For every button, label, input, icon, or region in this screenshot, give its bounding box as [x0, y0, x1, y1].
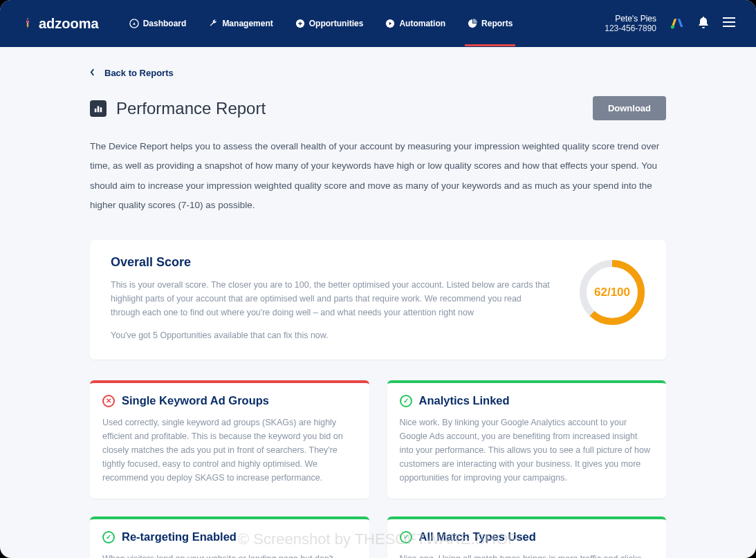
error-icon: ✕	[102, 395, 115, 407]
svg-point-4	[671, 26, 674, 29]
score-title: Overall Score	[111, 255, 551, 270]
card-body: When visitors land on your website or la…	[102, 552, 357, 558]
bell-icon[interactable]	[698, 16, 709, 32]
card-title: Re-targeting Enabled	[122, 530, 237, 543]
svg-rect-7	[723, 26, 735, 27]
download-button[interactable]: Download	[593, 96, 666, 120]
card-analytics-linked: ✓ Analytics Linked Nice work. By linking…	[387, 380, 667, 499]
card-title: Single Keyword Ad Groups	[122, 394, 269, 407]
nav-opportunities[interactable]: Opportunities	[293, 13, 367, 34]
svg-point-0	[27, 19, 28, 21]
nav-label: Dashboard	[143, 19, 187, 28]
hamburger-icon[interactable]	[723, 17, 735, 30]
user-info[interactable]: Pete's Pies 123-456-7890	[605, 14, 656, 33]
play-circle-icon	[385, 19, 395, 28]
check-icon: ✓	[102, 531, 115, 543]
plus-circle-icon	[295, 19, 305, 28]
nav-label: Opportunities	[309, 19, 364, 28]
user-section: Pete's Pies 123-456-7890	[605, 14, 735, 33]
svg-rect-10	[100, 107, 102, 112]
score-ring: 62/100	[579, 259, 645, 326]
card-title: Analytics Linked	[419, 394, 510, 407]
back-link[interactable]: Back to Reports	[90, 68, 666, 78]
wrench-icon	[208, 19, 218, 28]
rocket-icon	[21, 15, 35, 32]
page-description: The Device Report helps you to assess th…	[90, 137, 666, 215]
card-body: Nice work. By linking your Google Analyt…	[400, 416, 654, 485]
card-title: All Match Types Used	[419, 530, 536, 543]
card-retargeting-enabled: ✓ Re-targeting Enabled When visitors lan…	[90, 517, 369, 558]
score-opportunities: You've got 5 Opportunities available tha…	[111, 331, 551, 340]
user-name: Pete's Pies	[605, 14, 656, 24]
svg-rect-9	[98, 106, 100, 112]
bar-chart-icon	[90, 100, 107, 117]
nav-management[interactable]: Management	[205, 13, 275, 34]
check-icon: ✓	[400, 395, 412, 407]
nav-label: Management	[222, 19, 273, 28]
score-description: This is your overall score. The closer y…	[111, 278, 551, 319]
nav-reports[interactable]: Reports	[465, 13, 515, 34]
nav-menu: Dashboard Management Opportunities Autom…	[127, 13, 605, 34]
content-area: Back to Reports Performance Report Downl…	[0, 47, 756, 558]
svg-rect-8	[95, 109, 97, 112]
google-ads-icon[interactable]	[670, 17, 684, 30]
pie-chart-icon	[468, 19, 477, 28]
card-all-match-types: ✓ All Match Types Used Nice one. Using a…	[387, 517, 667, 558]
nav-dashboard[interactable]: Dashboard	[127, 13, 190, 34]
page-header: Performance Report Download	[90, 96, 666, 120]
cards-grid: ✕ Single Keyword Ad Groups Used correctl…	[90, 380, 666, 558]
back-link-label: Back to Reports	[104, 68, 174, 78]
card-body: Used correctly, single keyword ad groups…	[102, 416, 357, 485]
score-value: 62/100	[594, 286, 630, 299]
top-bar: adzooma Dashboard Management Opportuniti…	[0, 0, 756, 47]
page-title: Performance Report	[116, 99, 266, 118]
nav-label: Automation	[399, 19, 445, 28]
explore-icon	[129, 19, 139, 28]
nav-automation[interactable]: Automation	[382, 13, 448, 34]
card-body: Nice one. Using all match types brings i…	[400, 552, 654, 558]
svg-rect-6	[723, 21, 735, 23]
logo[interactable]: adzooma	[21, 15, 99, 32]
overall-score-card: Overall Score This is your overall score…	[90, 240, 666, 360]
card-single-keyword-ad-groups: ✕ Single Keyword Ad Groups Used correctl…	[90, 380, 369, 499]
nav-label: Reports	[481, 19, 513, 28]
svg-rect-5	[723, 17, 735, 19]
check-icon: ✓	[400, 531, 412, 543]
brand-name: adzooma	[39, 16, 99, 32]
user-id: 123-456-7890	[605, 24, 656, 33]
chevron-left-icon	[90, 68, 95, 78]
